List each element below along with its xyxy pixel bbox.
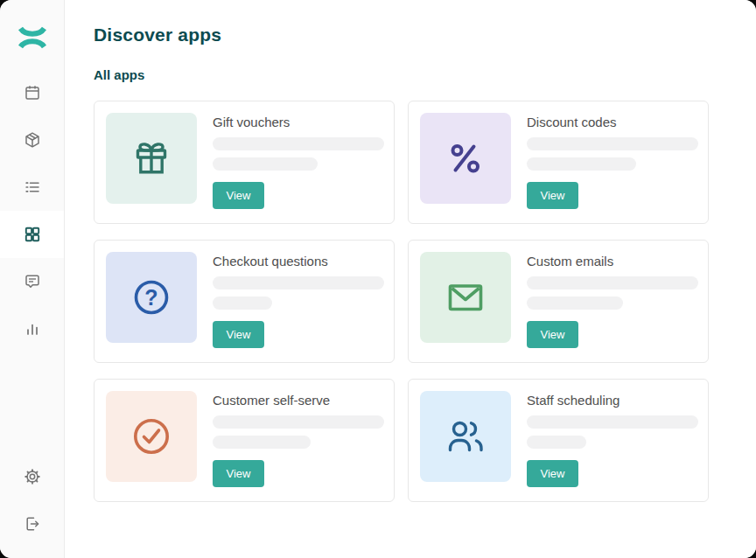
app-card-custom-emails: Custom emails View	[408, 240, 709, 363]
logout-icon	[24, 515, 41, 533]
app-card-discount-codes: Discount codes View	[408, 101, 709, 224]
app-card-customer-self-serve: Customer self-serve View	[94, 379, 395, 502]
svg-text:?: ?	[144, 285, 158, 310]
sidebar-item-settings[interactable]	[0, 453, 64, 500]
sidebar-item-list[interactable]	[0, 164, 64, 211]
skeleton-bar	[527, 296, 623, 310]
section-label: All apps	[94, 67, 709, 82]
sidebar-nav	[0, 69, 64, 352]
percent-tile	[420, 113, 511, 204]
sidebar-item-calendar[interactable]	[0, 69, 64, 116]
view-button[interactable]: View	[527, 460, 578, 487]
sidebar-item-reports[interactable]	[0, 305, 64, 352]
app-card-title: Discount codes	[527, 115, 698, 130]
card-body: Customer self-serve View	[213, 391, 384, 490]
calendar-icon	[24, 84, 41, 101]
view-button[interactable]: View	[213, 182, 264, 209]
brand-logo[interactable]	[0, 0, 64, 69]
sidebar-spacer	[0, 352, 64, 453]
app-card-title: Gift vouchers	[213, 115, 384, 130]
skeleton-bar	[527, 415, 698, 429]
page-title: Discover apps	[94, 24, 709, 45]
check-tile	[106, 391, 197, 482]
sidebar-item-apps[interactable]	[0, 211, 64, 258]
app-card-title: Checkout questions	[213, 254, 384, 269]
skeleton-bar	[213, 137, 384, 150]
view-button[interactable]: View	[213, 460, 264, 487]
sidebar	[0, 0, 65, 558]
apps-grid-icon	[24, 226, 41, 243]
question-circle-icon: ?	[130, 276, 172, 318]
view-button[interactable]: View	[527, 321, 578, 348]
sidebar-bottom	[0, 453, 64, 548]
sidebar-item-chat[interactable]	[0, 258, 64, 305]
skeleton-bar	[527, 436, 586, 449]
card-body: Gift vouchers View	[213, 113, 384, 212]
people-tile	[420, 391, 511, 482]
view-button[interactable]: View	[213, 321, 264, 348]
skeleton-bar	[527, 276, 698, 289]
skeleton-bar	[213, 415, 384, 429]
card-body: Staff scheduling View	[527, 391, 698, 490]
app-card-title: Custom emails	[527, 254, 698, 269]
question-tile: ?	[106, 252, 197, 343]
chat-icon	[24, 273, 41, 290]
skeleton-bar	[527, 157, 636, 171]
package-icon	[24, 131, 41, 149]
skeleton-bar	[213, 296, 272, 310]
people-icon	[444, 415, 486, 457]
main-content: Discover apps All apps Gift vouchers	[65, 0, 756, 558]
gift-icon	[130, 137, 172, 179]
apps-grid: Gift vouchers View Discount codes	[94, 101, 709, 502]
card-body: Checkout questions View	[213, 252, 384, 351]
app-window: Discover apps All apps Gift vouchers	[0, 0, 756, 558]
check-circle-icon	[130, 415, 172, 457]
gift-tile	[106, 113, 197, 204]
brand-logo-icon	[18, 24, 47, 51]
sidebar-item-logout[interactable]	[0, 500, 64, 548]
skeleton-bar	[213, 276, 384, 289]
app-card-title: Staff scheduling	[527, 393, 698, 408]
view-button[interactable]: View	[527, 182, 578, 209]
skeleton-bar	[527, 137, 698, 150]
app-card-staff-scheduling: Staff scheduling View	[408, 379, 709, 502]
skeleton-bar	[213, 157, 318, 171]
percent-icon	[444, 137, 486, 179]
envelope-icon	[444, 276, 486, 318]
app-card-checkout-questions: ? Checkout questions View	[94, 240, 395, 363]
list-icon	[24, 178, 41, 196]
card-body: Discount codes View	[527, 113, 698, 212]
bar-chart-icon	[24, 320, 41, 338]
app-card-title: Customer self-serve	[213, 393, 384, 408]
card-body: Custom emails View	[527, 252, 698, 351]
email-tile	[420, 252, 511, 343]
skeleton-bar	[213, 436, 311, 449]
settings-gear-icon	[24, 468, 41, 485]
sidebar-item-package[interactable]	[0, 116, 64, 164]
app-card-gift-vouchers: Gift vouchers View	[94, 101, 395, 224]
